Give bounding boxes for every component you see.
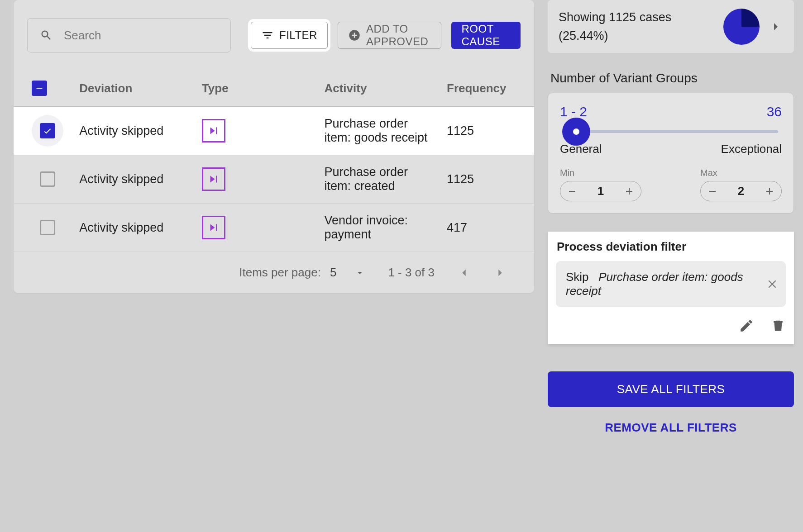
col-header-frequency[interactable]: Frequency (442, 71, 534, 107)
skip-icon (202, 216, 225, 239)
variant-range-label: 1 - 2 (560, 104, 587, 119)
chevron-right-icon[interactable] (769, 19, 783, 34)
dropdown-icon (354, 267, 365, 278)
pagination: Items per page: 5 1 - 3 of 3 (14, 252, 534, 284)
indeterminate-icon (34, 83, 44, 93)
variant-section-title: Number of Variant Groups (550, 71, 794, 86)
add-circle-icon (348, 29, 361, 42)
filter-chip[interactable]: Skip Purchase order item: goods receipt (556, 261, 786, 307)
slider-thumb[interactable] (562, 118, 590, 146)
row-checkbox[interactable] (40, 171, 55, 187)
table-row[interactable]: Activity skipped Vendor invoice: payment… (14, 204, 534, 252)
deviations-table: Deviation Type Activity Frequency (14, 71, 534, 252)
variant-groups-card: 1 - 2 36 General Exceptional Min 1 (548, 93, 794, 214)
skip-icon (202, 119, 225, 142)
save-all-filters-button[interactable]: SAVE ALL FILTERS (548, 371, 794, 407)
chip-prefix: Skip (566, 270, 589, 284)
root-cause-label: ROOT CAUSE (461, 23, 511, 48)
header-checkbox[interactable] (32, 81, 47, 96)
root-cause-button[interactable]: ROOT CAUSE (451, 22, 521, 49)
plus-icon[interactable] (624, 186, 635, 197)
slider-label-exceptional: Exceptional (721, 142, 782, 156)
cases-pie-chart (723, 9, 760, 45)
cell-deviation: Activity skipped (75, 204, 197, 252)
chip-close-icon[interactable] (766, 278, 779, 290)
variant-max-label: 36 (767, 104, 782, 119)
toolbar: FILTER ADD TO APPROVED ROOT CAUSE (14, 18, 534, 71)
max-value: 2 (738, 184, 744, 198)
add-approved-label: ADD TO APPROVED (366, 23, 431, 48)
add-to-approved-button[interactable]: ADD TO APPROVED (338, 22, 442, 49)
chip-activity: Purchase order item: goods receipt (566, 270, 743, 298)
table-row[interactable]: Activity skipped Purchase order item: go… (14, 107, 534, 155)
row-checkbox[interactable] (40, 123, 55, 138)
min-label: Min (560, 168, 641, 178)
items-per-page-value: 5 (330, 266, 336, 280)
cell-activity: Purchase order item: created (320, 155, 442, 204)
minus-icon[interactable] (707, 186, 718, 197)
prev-page-button[interactable] (457, 266, 471, 280)
summary-text: Showing 1125 cases (25.44%) (559, 8, 714, 45)
cell-activity: Vendor invoice: payment (320, 204, 442, 252)
cell-deviation: Activity skipped (75, 107, 197, 155)
process-deviation-filter-card: Process deviation filter Skip Purchase o… (548, 232, 794, 344)
edit-icon[interactable] (739, 318, 754, 333)
cell-frequency: 417 (442, 204, 534, 252)
next-page-button[interactable] (493, 266, 507, 280)
filter-button-label: FILTER (279, 29, 317, 42)
summary-line2: (25.44%) (559, 27, 714, 45)
cell-deviation: Activity skipped (75, 155, 197, 204)
items-per-page-label: Items per page: (239, 266, 321, 280)
cell-frequency: 1125 (442, 155, 534, 204)
col-header-deviation[interactable]: Deviation (75, 71, 197, 107)
summary-line1: Showing 1125 cases (559, 8, 714, 27)
skip-icon (202, 167, 225, 191)
min-stepper[interactable]: 1 (560, 181, 641, 201)
items-per-page-select[interactable]: 5 (330, 266, 365, 280)
deviations-card: FILTER ADD TO APPROVED ROOT CAUSE (14, 0, 534, 293)
row-checkbox[interactable] (40, 220, 55, 235)
remove-all-filters-link[interactable]: REMOVE ALL FILTERS (548, 421, 794, 435)
col-header-type[interactable]: Type (197, 71, 320, 107)
variant-slider[interactable] (564, 130, 778, 133)
plus-icon[interactable] (764, 186, 775, 197)
filter-icon (261, 29, 274, 42)
search-icon (40, 29, 53, 42)
cell-frequency: 1125 (442, 107, 534, 155)
minus-icon[interactable] (567, 186, 578, 197)
max-label: Max (700, 168, 782, 178)
search-wrapper (27, 18, 231, 52)
min-value: 1 (597, 184, 604, 198)
pagination-range: 1 - 3 of 3 (388, 266, 435, 280)
col-header-activity[interactable]: Activity (320, 71, 442, 107)
filter-card-title: Process deviation filter (557, 240, 786, 254)
search-input[interactable] (27, 18, 231, 52)
cell-activity: Purchase order item: goods receipt (320, 107, 442, 155)
summary-card[interactable]: Showing 1125 cases (25.44%) (548, 0, 794, 53)
filter-button[interactable]: FILTER (251, 22, 328, 49)
table-row[interactable]: Activity skipped Purchase order item: cr… (14, 155, 534, 204)
max-stepper[interactable]: 2 (700, 181, 782, 201)
check-icon (43, 126, 53, 136)
delete-icon[interactable] (770, 318, 786, 333)
